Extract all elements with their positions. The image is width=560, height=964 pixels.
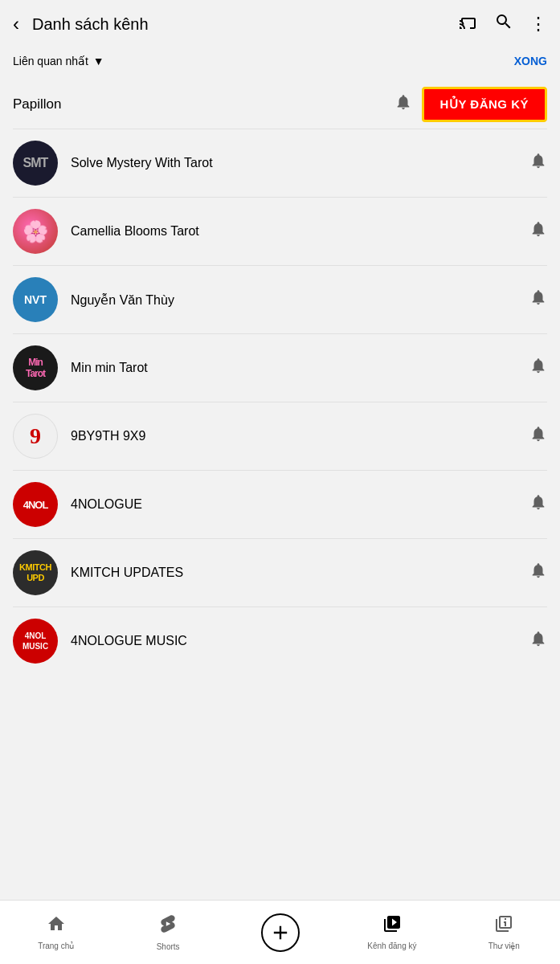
header-actions: ⋮ [459,12,547,36]
nav-subscriptions-label: Kênh đăng ký [367,942,416,950]
chevron-down-icon: ▼ [93,55,104,67]
channel-bell-icon[interactable] [529,288,547,311]
channel-bell-icon[interactable] [529,493,547,516]
list-item: SMT Solve Mystery With Tarot [0,129,560,197]
nav-home-label: Trang chủ [38,942,74,950]
section-header: Papillon HỦY ĐĂNG KÝ [0,77,560,129]
page-title: Danh sách kênh [32,15,459,34]
channel-name: Nguyễn Văn Thùy [71,292,517,308]
done-button[interactable]: XONG [514,55,547,67]
header: ‹ Danh sách kênh ⋮ [0,0,560,48]
nav-shorts-label: Shorts [157,942,180,951]
channel-name: 4NOLOGUE [71,497,517,512]
list-item: MinTarot Min min Tarot [0,334,560,402]
subscriptions-icon [382,914,402,938]
filter-dropdown[interactable]: Liên quan nhất ▼ [13,55,104,67]
list-item: 🌸 Camellia Blooms Tarot [0,198,560,265]
channel-name: 4NOLOGUE MUSIC [71,634,517,648]
avatar: KMITCHUPD [13,550,58,595]
home-icon [47,914,66,938]
channel-bell-icon[interactable] [529,562,547,584]
channel-name: Camellia Blooms Tarot [71,224,517,239]
avatar: SMT [13,141,58,186]
channel-name: KMITCH UPDATES [71,566,517,580]
nav-item-shorts[interactable]: Shorts [112,913,223,951]
channel-name: Min min Tarot [71,361,517,375]
unsubscribe-button[interactable]: HỦY ĐĂNG KÝ [422,87,547,122]
avatar: 4NOLMUSIC [13,619,58,664]
avatar: NVT [13,277,58,322]
filter-label-text: Liên quan nhất [13,55,88,67]
list-item: 4NOLMUSIC 4NOLOGUE MUSIC [0,607,560,675]
shorts-icon [157,913,178,939]
papillon-bell-icon[interactable] [394,93,412,116]
nav-item-subscriptions[interactable]: Kênh đăng ký [336,914,448,950]
channel-name: Solve Mystery With Tarot [71,156,517,170]
avatar: 4NOL [13,482,58,527]
channel-list: SMT Solve Mystery With Tarot 🌸 Camellia … [0,129,560,675]
section-channel-name: Papillon [13,96,62,112]
nav-item-library[interactable]: Thư viện [448,914,560,950]
list-item: NVT Nguyễn Văn Thùy [0,266,560,333]
cast-icon[interactable] [459,12,478,36]
avatar: 9 [13,414,58,459]
avatar: 🌸 [13,209,58,254]
nav-library-label: Thư viện [488,942,520,950]
library-icon [494,914,513,938]
channel-bell-icon[interactable] [529,425,547,447]
avatar: MinTarot [13,345,58,390]
channel-bell-icon[interactable] [529,630,547,652]
channel-bell-icon[interactable] [529,152,547,174]
back-button[interactable]: ‹ [13,13,19,35]
search-icon[interactable] [494,12,513,36]
more-options-icon[interactable]: ⋮ [529,14,547,35]
list-item: 9 9BY9TH 9X9 [0,402,560,470]
add-button[interactable] [261,913,300,952]
list-item: KMITCHUPD KMITCH UPDATES [0,539,560,607]
nav-item-home[interactable]: Trang chủ [0,914,112,950]
list-item: 4NOL 4NOLOGUE [0,471,560,538]
channel-bell-icon[interactable] [529,357,547,379]
nav-item-add[interactable] [224,913,336,952]
channel-bell-icon[interactable] [529,220,547,243]
channel-name: 9BY9TH 9X9 [71,429,517,443]
bottom-nav: Trang chủ Shorts Kênh đăng ký [0,900,560,964]
filter-bar: Liên quan nhất ▼ XONG [0,48,560,77]
